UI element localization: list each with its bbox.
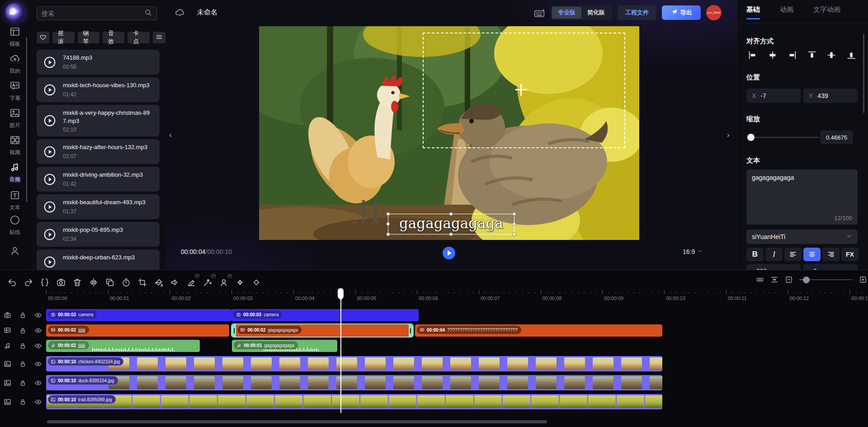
delete-button[interactable] bbox=[72, 277, 82, 287]
panel-scrollbar[interactable] bbox=[863, 34, 864, 113]
keyboard-shortcuts-button[interactable] bbox=[533, 7, 545, 19]
italic-button[interactable]: I bbox=[765, 248, 783, 261]
ai-portrait-button[interactable]: AI bbox=[219, 277, 229, 287]
tag-摇滚[interactable]: 摇滚 bbox=[52, 32, 74, 43]
music-list-item[interactable]: 74188.mp300:58 bbox=[37, 50, 160, 75]
caption-selection-box[interactable]: gagagagagaga bbox=[388, 214, 514, 235]
clip-gagagagagaga[interactable]: 00:00:01gagagagagaga bbox=[232, 340, 337, 352]
eye-icon[interactable] bbox=[34, 379, 42, 387]
timeline-ruler[interactable]: 00:00:0000:00:0100:00:0200:00:0300:00:04… bbox=[0, 288, 868, 303]
undo-button[interactable] bbox=[7, 277, 17, 287]
position-y-field[interactable]: Y 439 bbox=[803, 89, 858, 103]
lock-icon[interactable] bbox=[19, 311, 27, 319]
sidebar-item-字幕[interactable]: 字幕 bbox=[0, 80, 30, 102]
music-list-item[interactable]: mixkit-driving-ambition-32.mp301:42 bbox=[37, 167, 160, 192]
tag-钢琴[interactable]: 钢琴 bbox=[78, 32, 99, 43]
app-logo[interactable] bbox=[5, 3, 24, 22]
sidebar-item-图片[interactable]: 图片 bbox=[0, 108, 30, 129]
clip-????????????????????????????[interactable]: 00:00:04???????????????????????????? bbox=[415, 324, 662, 337]
sidebar-item-文本[interactable]: 文本 bbox=[0, 190, 30, 211]
search-input[interactable] bbox=[42, 10, 144, 17]
obj-align-right-button[interactable] bbox=[786, 49, 798, 61]
music-list-item[interactable]: mixkit-a-very-happy-christmas-897.mp302:… bbox=[37, 105, 160, 136]
collapse-left-panel-button[interactable]: ‹ bbox=[169, 127, 176, 143]
clip-trim-left[interactable] bbox=[232, 324, 236, 337]
play-circle-icon[interactable] bbox=[43, 173, 57, 186]
eye-icon[interactable] bbox=[34, 311, 42, 319]
play-circle-icon[interactable] bbox=[43, 114, 57, 127]
snapshot-button[interactable] bbox=[56, 277, 66, 287]
clip-chicken-8402334.jpg[interactable]: 00:00:10chicken-8402334.jpg bbox=[46, 356, 662, 371]
speed-button[interactable] bbox=[121, 277, 131, 287]
tag-卡点[interactable]: 卡点 bbox=[127, 32, 149, 43]
ai-eraser-button[interactable]: AI bbox=[186, 277, 196, 287]
mode-simple-button[interactable]: 简化版 bbox=[581, 9, 611, 17]
eye-icon[interactable] bbox=[34, 327, 42, 334]
tag-音效[interactable]: 音效 bbox=[103, 32, 124, 43]
volume-button[interactable] bbox=[170, 277, 180, 287]
play-circle-icon[interactable] bbox=[43, 228, 57, 241]
scale-value-field[interactable]: 0.46675 bbox=[820, 131, 853, 144]
lock-icon[interactable] bbox=[19, 379, 27, 387]
scale-slider[interactable] bbox=[746, 134, 819, 141]
play-circle-icon[interactable] bbox=[43, 145, 57, 159]
scale-slider-knob[interactable] bbox=[747, 134, 755, 141]
project-file-button[interactable]: 工程文件 bbox=[618, 5, 656, 20]
eye-icon[interactable] bbox=[34, 360, 42, 368]
lock-icon[interactable] bbox=[19, 327, 27, 334]
clip-trim-right[interactable] bbox=[409, 324, 413, 337]
timeline-scrollbar[interactable] bbox=[47, 420, 547, 423]
project-title[interactable]: 未命名 bbox=[197, 8, 217, 17]
expand-right-panel-button[interactable]: › bbox=[727, 127, 734, 143]
export-button[interactable]: 导出 bbox=[662, 5, 701, 20]
preview-canvas[interactable]: gagagagagaga bbox=[259, 26, 639, 240]
fx-button[interactable]: FX bbox=[841, 248, 859, 261]
clip-jjjjjjj[interactable]: 00:00:02jjjjjjj bbox=[46, 324, 229, 337]
obj-align-center-h-button[interactable] bbox=[766, 49, 779, 61]
keyframe-button[interactable] bbox=[251, 277, 261, 287]
sidebar-item-视频[interactable]: 视频 bbox=[0, 135, 30, 156]
clip-camera[interactable]: 00:00:03camera bbox=[231, 309, 419, 321]
redo-button[interactable] bbox=[24, 277, 33, 287]
position-x-field[interactable]: X -7 bbox=[746, 89, 801, 103]
music-list-item[interactable]: mixkit-tech-house-vibes-130.mp301:42 bbox=[37, 77, 160, 102]
mode-pro-button[interactable]: 专业版 bbox=[552, 7, 581, 19]
favorites-button[interactable] bbox=[37, 32, 49, 43]
fit-clip-icon[interactable] bbox=[756, 276, 764, 284]
zoom-out-icon[interactable] bbox=[785, 276, 793, 284]
caption-textarea[interactable] bbox=[752, 174, 852, 210]
obj-align-center-v-button[interactable] bbox=[825, 49, 838, 61]
crop-button[interactable] bbox=[137, 277, 147, 287]
text-align-center-button[interactable] bbox=[803, 248, 821, 261]
music-list-item[interactable]: mixkit-deep-urban-623.mp3 bbox=[37, 249, 160, 270]
clip-gagagagagaga[interactable]: 00:00:02gagagagagaga bbox=[232, 324, 412, 337]
duplicate-button[interactable] bbox=[105, 277, 115, 287]
play-circle-icon[interactable] bbox=[43, 255, 57, 269]
chroma-button[interactable] bbox=[154, 277, 164, 287]
play-circle-icon[interactable] bbox=[43, 200, 57, 214]
obj-align-left-button[interactable] bbox=[746, 49, 759, 61]
sidebar-item-模板[interactable]: 模板 bbox=[0, 26, 30, 48]
lock-icon[interactable] bbox=[19, 360, 27, 368]
clip-duck-8395154.jpg[interactable]: 00:00:10duck-8395154.jpg bbox=[46, 375, 662, 390]
font-selector[interactable]: siYuanHeiTi bbox=[746, 230, 858, 244]
tab-文字动画[interactable]: 文字动画 bbox=[813, 5, 840, 19]
caption-text[interactable]: gagagagagaga bbox=[388, 215, 514, 231]
playhead[interactable] bbox=[338, 288, 344, 411]
sidebar-item-extra[interactable] bbox=[0, 245, 30, 258]
clip-trail-8395089.jpg[interactable]: 00:00:10trail-8395089.jpg bbox=[46, 394, 662, 409]
music-list-item[interactable]: mixkit-beautiful-dream-493.mp301:37 bbox=[37, 194, 160, 219]
play-button[interactable] bbox=[443, 247, 455, 259]
aspect-ratio-selector[interactable]: 16:9 bbox=[683, 248, 703, 255]
text-align-right-button[interactable] bbox=[822, 248, 840, 261]
play-circle-icon[interactable] bbox=[43, 83, 57, 97]
keyframe-add-button[interactable] bbox=[235, 277, 245, 287]
zoom-in-icon[interactable] bbox=[859, 276, 867, 284]
ai-magic-button[interactable]: AI bbox=[203, 277, 212, 287]
tab-动画[interactable]: 动画 bbox=[780, 5, 793, 19]
mirror-button[interactable] bbox=[89, 277, 99, 287]
obj-align-top-button[interactable] bbox=[806, 49, 818, 61]
sidebar-item-音频[interactable]: 音频 bbox=[0, 162, 30, 183]
fit-width-icon[interactable] bbox=[770, 276, 778, 284]
eye-icon[interactable] bbox=[34, 342, 42, 350]
